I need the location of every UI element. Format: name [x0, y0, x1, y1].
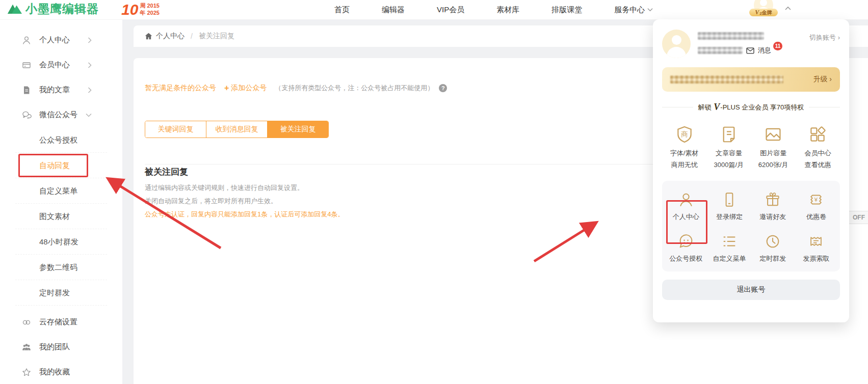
- nav-material-library[interactable]: 素材库: [496, 5, 519, 15]
- vip-level-badge: V2金牌: [749, 9, 778, 16]
- sidebar-item-my-team[interactable]: 我的团队: [0, 335, 122, 360]
- feature-label: 发票索取: [795, 254, 838, 263]
- unlock-prefix: 解锁: [698, 103, 712, 112]
- app-logo[interactable]: 小墨鹰编辑器: [7, 1, 99, 17]
- no-account-message: 暂无满足条件的公众号: [145, 84, 216, 93]
- nav-typesetting-course[interactable]: 排版课堂: [551, 5, 582, 15]
- benefit-fonts-materials[interactable]: 商 字体/素材 商用无忧: [662, 125, 706, 170]
- chevron-right-icon: [88, 37, 92, 43]
- nav-service-center[interactable]: 服务中心: [614, 5, 653, 15]
- envelope-icon: [746, 47, 754, 54]
- add-account-note: （支持所有类型公众号，注：公众号被占用不能使用）: [275, 84, 434, 93]
- nav-service-center-label: 服务中心: [614, 5, 645, 15]
- messages-link[interactable]: 消息: [758, 46, 771, 55]
- top-header: 小墨鹰编辑器 10 周 2015 年 2025 首页 编辑器 VIP会员 素材库…: [0, 0, 868, 20]
- avatar[interactable]: [662, 30, 691, 58]
- feature-official-auth[interactable]: 公众号授权: [664, 233, 707, 263]
- benefit-member-center[interactable]: 会员中心 查看优惠: [796, 125, 840, 170]
- chat-face-icon: [677, 233, 695, 250]
- sidebar-sub-48h-mass-send[interactable]: 48小时群发: [0, 229, 122, 255]
- svg-text:¥: ¥: [814, 197, 818, 203]
- shield-commercial-icon: 商: [675, 125, 694, 144]
- feature-login-binding[interactable]: 登录绑定: [707, 191, 751, 222]
- tab-keyword-reply[interactable]: 关键词回复: [145, 121, 206, 138]
- benefits-grid: 商 字体/素材 商用无忧 文章容量 3000篇/月 图片容量 6200张/月: [662, 125, 840, 170]
- vip-v: V: [755, 9, 759, 16]
- unlock-vplus-row: 解锁 V-PLUS 企业会员 享70项特权: [662, 102, 840, 113]
- sidebar-sub-label: 自动回复: [39, 161, 70, 171]
- chevron-up-icon: [785, 6, 791, 11]
- sidebar-label: 微信公众号: [39, 110, 77, 120]
- coupon-yen-icon: ¥: [807, 191, 825, 208]
- benefit-sublabel: 商用无忧: [662, 160, 706, 170]
- blurred-membership-info: [670, 75, 783, 84]
- nav-editor[interactable]: 编辑器: [382, 5, 405, 15]
- chevron-right-icon: ›: [838, 34, 840, 41]
- gift-icon: [764, 191, 781, 208]
- vip-sub: 2: [759, 11, 761, 16]
- toggle-off-label: OFF: [853, 214, 865, 221]
- chevron-down-icon: [86, 113, 92, 117]
- unlock-suffix: -PLUS 企业会员 享70项特权: [720, 103, 804, 112]
- add-official-account-button[interactable]: + 添加公众号: [224, 84, 267, 93]
- section-warning: 公众号未认证，回复内容只能添加回复1条，认证后可添加回复4条。: [145, 209, 344, 219]
- membership-card-icon: [21, 60, 32, 70]
- help-icon[interactable]: ?: [439, 84, 447, 92]
- sidebar-item-personal-center[interactable]: 个人中心: [0, 28, 122, 52]
- sidebar-item-my-favorites[interactable]: 我的收藏: [0, 360, 122, 384]
- feature-invite-friends[interactable]: 邀请好友: [751, 191, 795, 222]
- blurred-username: [698, 32, 764, 40]
- logout-button[interactable]: 退出账号: [662, 280, 840, 300]
- logo-bird-icon: [7, 3, 22, 15]
- sidebar-item-my-articles[interactable]: 我的文章: [0, 77, 122, 102]
- phone-icon: [721, 191, 738, 208]
- panel-user-row: 消息 11 切换账号 ›: [662, 30, 840, 58]
- chevron-right-icon: [88, 62, 92, 68]
- nav-home[interactable]: 首页: [334, 5, 350, 15]
- tab-followed-reply[interactable]: 被关注回复: [267, 121, 328, 138]
- sidebar-sub-article-material[interactable]: 图文素材: [0, 204, 122, 229]
- anniversary-bottom: 年 2025: [140, 10, 160, 17]
- feature-label: 个人中心: [664, 212, 707, 222]
- user-avatar-menu[interactable]: V2金牌: [748, 0, 779, 19]
- cloud-storage-icon: [21, 317, 32, 327]
- feature-coupons[interactable]: ¥ 优惠卷: [795, 191, 838, 222]
- feature-label: 自定义菜单: [707, 254, 751, 263]
- feature-custom-menu[interactable]: 自定义菜单: [707, 233, 751, 263]
- breadcrumb-home[interactable]: 个人中心: [145, 32, 185, 41]
- switch-account-link[interactable]: 切换账号 ›: [809, 30, 840, 58]
- feature-personal-center[interactable]: 个人中心: [664, 191, 707, 222]
- sidebar-sub-custom-menu[interactable]: 自定义菜单: [0, 178, 122, 204]
- membership-banner[interactable]: 升级 ›: [662, 67, 840, 92]
- upgrade-link[interactable]: 升级 ›: [813, 75, 832, 84]
- sidebar-item-wechat-official[interactable]: 微信公众号: [0, 102, 122, 127]
- sidebar-sub-auto-reply[interactable]: 自动回复: [0, 153, 122, 178]
- feature-scheduled-send[interactable]: 定时群发: [751, 233, 795, 263]
- home-icon: [145, 33, 152, 40]
- sidebar-label: 个人中心: [39, 35, 70, 45]
- tab-message-reply[interactable]: 收到消息回复: [206, 121, 267, 138]
- sidebar-label: 我的团队: [39, 342, 70, 352]
- sidebar-sub-scheduled-send[interactable]: 定时群发: [0, 280, 122, 306]
- unlock-v: V: [714, 102, 720, 113]
- reply-tabs: 关键词回复 收到消息回复 被关注回复: [145, 121, 329, 138]
- section-desc-2: 关闭自动回复之后，将立即对所有用户生效。: [145, 196, 344, 206]
- switch-account-label: 切换账号: [809, 34, 836, 41]
- benefit-label: 字体/素材: [662, 149, 706, 158]
- vip-text: 金牌: [762, 9, 772, 16]
- feature-label: 邀请好友: [751, 212, 795, 222]
- user-dropdown-panel: 消息 11 切换账号 › 升级 › 解锁 V-PLUS 企业会员 享70项特权 …: [653, 19, 849, 322]
- sidebar-sub-parameter-qrcode[interactable]: 参数二维码: [0, 255, 122, 280]
- benefit-article-capacity[interactable]: 文章容量 3000篇/月: [706, 125, 751, 170]
- feature-label: 优惠卷: [795, 212, 838, 222]
- sidebar-sub-official-auth[interactable]: 公众号授权: [0, 127, 122, 153]
- sidebar-item-member-center[interactable]: 会员中心: [0, 52, 122, 77]
- benefit-image-capacity[interactable]: 图片容量 6200张/月: [751, 125, 796, 170]
- nav-vip[interactable]: VIP会员: [437, 5, 464, 15]
- sidebar-label: 我的文章: [39, 85, 70, 95]
- add-official-account-label: 添加公众号: [231, 84, 267, 93]
- sidebar-item-cloud-storage[interactable]: 云存储设置: [0, 310, 122, 335]
- feature-invoice[interactable]: 发票索取: [795, 233, 838, 263]
- messages-count-badge: 11: [773, 42, 782, 50]
- anniversary-badge: 10 周 2015 年 2025: [121, 0, 160, 19]
